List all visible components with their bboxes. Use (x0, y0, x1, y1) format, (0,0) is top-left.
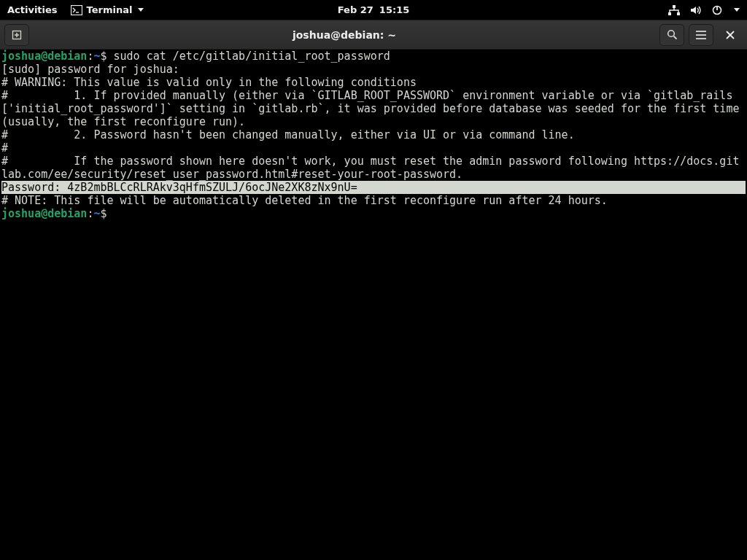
chevron-down-icon (138, 8, 144, 12)
window-title: joshua@debian: ~ (34, 29, 655, 41)
new-tab-icon (11, 29, 23, 41)
output-line: # NOTE: This file will be automatically … (1, 194, 746, 207)
new-tab-button[interactable] (4, 24, 29, 46)
sudo-prompt: [sudo] password for joshua: (1, 63, 746, 76)
volume-icon[interactable] (690, 5, 702, 15)
svg-rect-2 (673, 5, 676, 8)
time-label: 15:15 (379, 4, 409, 15)
command-text: sudo cat /etc/gitlab/initial_root_passwo… (114, 50, 390, 63)
gnome-topbar: Activities Terminal Feb 27 15:15 (0, 0, 747, 20)
app-menu-button[interactable]: Terminal (71, 4, 144, 15)
clock[interactable]: Feb 27 15:15 (338, 4, 409, 15)
prompt-line-2: joshua@debian:~$ (1, 207, 746, 220)
activities-button[interactable]: Activities (7, 4, 58, 15)
terminal-viewport[interactable]: joshua@debian:~$ sudo cat /etc/gitlab/in… (0, 50, 747, 560)
terminal-app-icon (71, 5, 82, 15)
search-button[interactable] (659, 24, 684, 46)
svg-line-11 (673, 36, 676, 39)
search-icon (667, 29, 678, 40)
app-menu-label: Terminal (87, 4, 133, 15)
prompt-line-1: joshua@debian:~$ sudo cat /etc/gitlab/in… (1, 50, 746, 63)
date-label: Feb 27 (338, 4, 374, 15)
hamburger-icon (696, 31, 706, 39)
power-icon[interactable] (712, 5, 722, 15)
close-icon (726, 31, 735, 39)
menu-button[interactable] (689, 24, 713, 46)
selected-password-line: Password: 4zB2mbBLCcRLRAkv3qHfmSZULJ/6oc… (1, 181, 746, 194)
svg-rect-4 (677, 12, 680, 15)
svg-rect-0 (71, 5, 82, 15)
network-icon[interactable] (668, 5, 680, 15)
svg-rect-3 (668, 12, 671, 15)
svg-point-10 (667, 31, 674, 37)
output-line: # 2. Password hasn't been changed manual… (1, 128, 746, 141)
output-line: # 1. If provided manually (either via `G… (1, 89, 746, 128)
close-button[interactable] (718, 24, 743, 46)
window-titlebar: joshua@debian: ~ (0, 20, 747, 50)
system-menu-chevron-icon[interactable] (734, 8, 740, 12)
user-host: joshua@debian (1, 207, 87, 220)
output-line: # (1, 141, 746, 155)
output-line: # WARNING: This value is valid only in t… (1, 76, 746, 89)
output-line: # If the password shown here doesn't wor… (1, 155, 746, 181)
user-host: joshua@debian (1, 50, 87, 63)
